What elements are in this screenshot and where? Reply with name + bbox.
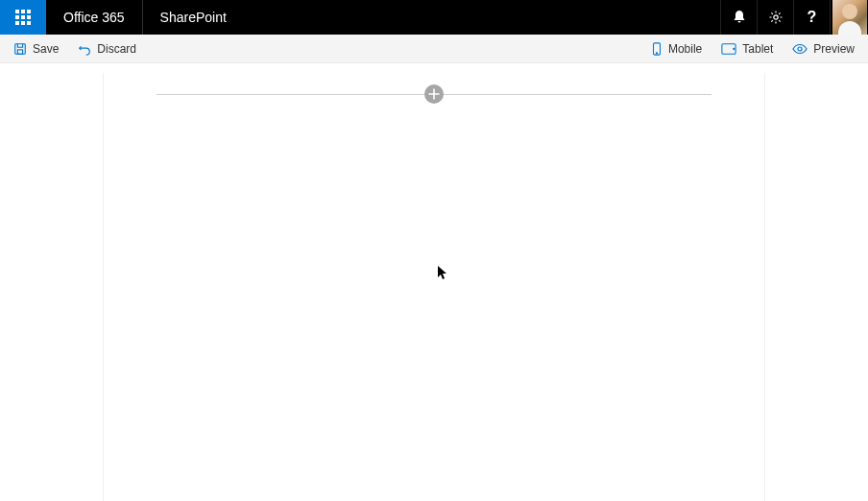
waffle-icon <box>15 10 31 25</box>
svg-rect-0 <box>15 10 19 13</box>
notifications-button[interactable] <box>720 0 757 35</box>
svg-rect-8 <box>27 21 31 25</box>
help-button[interactable]: ? <box>793 0 830 35</box>
bell-icon <box>732 10 747 25</box>
app-launcher-button[interactable] <box>0 0 46 35</box>
preview-label: Preview <box>813 42 855 56</box>
preview-button[interactable]: Preview <box>783 35 864 62</box>
brand-label[interactable]: Office 365 <box>46 0 142 35</box>
mobile-view-button[interactable]: Mobile <box>641 35 711 62</box>
page-canvas[interactable] <box>103 73 765 501</box>
discard-button[interactable]: Discard <box>68 35 146 62</box>
eye-icon <box>792 42 808 56</box>
mobile-label: Mobile <box>668 42 702 56</box>
save-icon <box>13 42 27 56</box>
svg-point-9 <box>773 15 777 19</box>
gear-icon <box>768 10 784 25</box>
question-icon: ? <box>808 9 817 26</box>
save-button[interactable]: Save <box>4 35 68 62</box>
svg-rect-1 <box>21 10 25 13</box>
command-bar: Save Discard Mobile Tablet <box>0 35 868 63</box>
svg-point-16 <box>798 47 802 51</box>
settings-button[interactable] <box>757 0 793 35</box>
svg-point-13 <box>656 52 657 53</box>
mobile-icon <box>651 42 663 56</box>
svg-rect-4 <box>21 15 25 19</box>
suite-header: Office 365 SharePoint ? <box>0 0 868 35</box>
tablet-icon <box>721 42 736 56</box>
tablet-label: Tablet <box>742 42 773 56</box>
svg-point-15 <box>734 48 735 49</box>
svg-rect-3 <box>15 15 19 19</box>
svg-rect-5 <box>27 15 31 19</box>
svg-rect-6 <box>15 21 19 25</box>
save-label: Save <box>33 42 59 56</box>
tablet-view-button[interactable]: Tablet <box>711 35 783 62</box>
plus-icon <box>428 88 440 100</box>
user-avatar[interactable] <box>830 0 868 35</box>
svg-rect-10 <box>15 43 26 54</box>
editor-canvas-wrap <box>0 63 868 501</box>
undo-icon <box>78 42 91 56</box>
svg-rect-7 <box>21 21 25 25</box>
app-name-label[interactable]: SharePoint <box>143 0 244 35</box>
svg-rect-11 <box>17 49 22 53</box>
add-section-button[interactable] <box>424 84 444 104</box>
svg-rect-2 <box>27 10 31 13</box>
discard-label: Discard <box>97 42 136 56</box>
avatar-image <box>832 0 867 35</box>
